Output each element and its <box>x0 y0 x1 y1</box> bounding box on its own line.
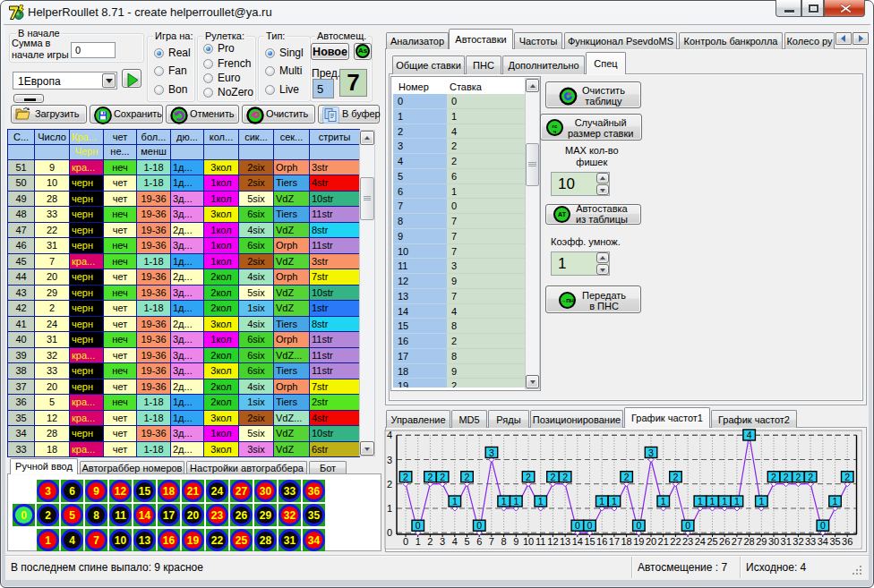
svg-text:16: 16 <box>163 534 176 547</box>
svg-text:18: 18 <box>621 536 631 547</box>
svg-text:2: 2 <box>440 472 445 482</box>
svg-text:25: 25 <box>707 536 717 547</box>
svg-text:4: 4 <box>452 536 458 547</box>
svg-text:2: 2 <box>465 472 470 482</box>
svg-text:24: 24 <box>695 536 706 547</box>
svg-text:9: 9 <box>93 485 99 498</box>
svg-text:23: 23 <box>211 509 224 522</box>
svg-text:5: 5 <box>464 536 469 547</box>
svg-text:4: 4 <box>69 534 75 547</box>
svg-text:15: 15 <box>584 536 595 547</box>
svg-text:12: 12 <box>115 485 127 498</box>
svg-text:0: 0 <box>587 520 593 531</box>
svg-text:3: 3 <box>387 455 392 465</box>
svg-text:2: 2 <box>427 536 433 547</box>
svg-text:0: 0 <box>403 536 408 547</box>
svg-text:6: 6 <box>476 536 482 547</box>
svg-text:2: 2 <box>550 472 555 482</box>
svg-text:2: 2 <box>387 479 392 490</box>
svg-text:1: 1 <box>599 496 604 507</box>
svg-text:2: 2 <box>562 472 568 482</box>
svg-text:28: 28 <box>743 536 754 547</box>
svg-text:29: 29 <box>756 536 767 547</box>
svg-text:18: 18 <box>163 485 176 498</box>
svg-text:27: 27 <box>236 485 248 498</box>
svg-text:0: 0 <box>476 520 482 531</box>
svg-text:0: 0 <box>820 520 826 531</box>
svg-text:2: 2 <box>784 472 789 482</box>
svg-text:23: 23 <box>682 536 693 547</box>
svg-text:1: 1 <box>513 496 518 507</box>
svg-text:30: 30 <box>768 536 779 547</box>
svg-text:24: 24 <box>211 485 224 498</box>
svg-text:2: 2 <box>427 472 433 482</box>
svg-text:7: 7 <box>93 534 99 547</box>
svg-text:6: 6 <box>69 485 75 498</box>
svg-text:0: 0 <box>575 520 580 531</box>
svg-text:22: 22 <box>211 534 224 547</box>
svg-text:20: 20 <box>646 536 656 547</box>
svg-text:3: 3 <box>648 447 654 458</box>
svg-text:32: 32 <box>793 536 803 547</box>
svg-text:2: 2 <box>45 509 51 522</box>
svg-text:2: 2 <box>795 472 801 482</box>
svg-text:2: 2 <box>624 472 630 482</box>
svg-text:15: 15 <box>139 485 151 498</box>
svg-text:1: 1 <box>758 496 764 507</box>
svg-text:0: 0 <box>636 520 641 531</box>
svg-text:1: 1 <box>734 496 740 507</box>
svg-text:1: 1 <box>612 496 617 507</box>
svg-text:2: 2 <box>771 472 776 482</box>
svg-text:31: 31 <box>283 534 296 547</box>
svg-text:10: 10 <box>523 536 534 547</box>
svg-text:13: 13 <box>560 536 570 547</box>
svg-text:34: 34 <box>818 536 828 547</box>
svg-text:1: 1 <box>698 496 703 507</box>
svg-text:25: 25 <box>236 534 248 547</box>
svg-text:12: 12 <box>547 536 558 547</box>
svg-text:36: 36 <box>842 536 853 547</box>
svg-text:5: 5 <box>69 509 75 522</box>
svg-text:26: 26 <box>719 536 730 547</box>
svg-text:14: 14 <box>139 509 151 522</box>
svg-text:21: 21 <box>658 536 669 547</box>
svg-text:2: 2 <box>808 472 813 482</box>
svg-text:2: 2 <box>403 472 408 482</box>
svg-text:33: 33 <box>283 485 296 498</box>
svg-text:1: 1 <box>661 496 666 507</box>
svg-text:0: 0 <box>21 509 27 522</box>
svg-text:36: 36 <box>307 485 320 498</box>
svg-text:1: 1 <box>452 496 458 507</box>
svg-text:4: 4 <box>747 430 752 440</box>
svg-text:10: 10 <box>115 534 127 547</box>
svg-text:22: 22 <box>670 536 681 547</box>
svg-text:7: 7 <box>489 536 494 547</box>
svg-text:3: 3 <box>45 485 51 498</box>
svg-text:3: 3 <box>489 447 494 458</box>
svg-text:2: 2 <box>526 472 531 482</box>
svg-text:0: 0 <box>387 527 392 538</box>
svg-text:4: 4 <box>387 430 392 440</box>
svg-text:31: 31 <box>781 536 792 547</box>
svg-text:19: 19 <box>187 534 200 547</box>
svg-text:0: 0 <box>416 520 421 531</box>
svg-text:32: 32 <box>283 509 296 522</box>
svg-text:29: 29 <box>259 509 271 522</box>
svg-text:21: 21 <box>187 485 200 498</box>
svg-text:1: 1 <box>387 503 392 514</box>
svg-text:1: 1 <box>833 496 838 507</box>
svg-text:26: 26 <box>235 509 247 522</box>
svg-text:8: 8 <box>501 536 507 547</box>
svg-text:11: 11 <box>115 509 126 522</box>
svg-text:1: 1 <box>710 496 715 507</box>
svg-text:9: 9 <box>513 536 518 547</box>
svg-text:16: 16 <box>596 536 607 547</box>
svg-text:19: 19 <box>633 536 644 547</box>
svg-text:1: 1 <box>538 496 544 507</box>
svg-text:0: 0 <box>685 520 690 531</box>
svg-text:14: 14 <box>572 536 583 547</box>
svg-text:8: 8 <box>93 509 99 522</box>
svg-text:13: 13 <box>139 534 151 547</box>
svg-text:33: 33 <box>805 536 816 547</box>
svg-text:28: 28 <box>259 534 271 547</box>
